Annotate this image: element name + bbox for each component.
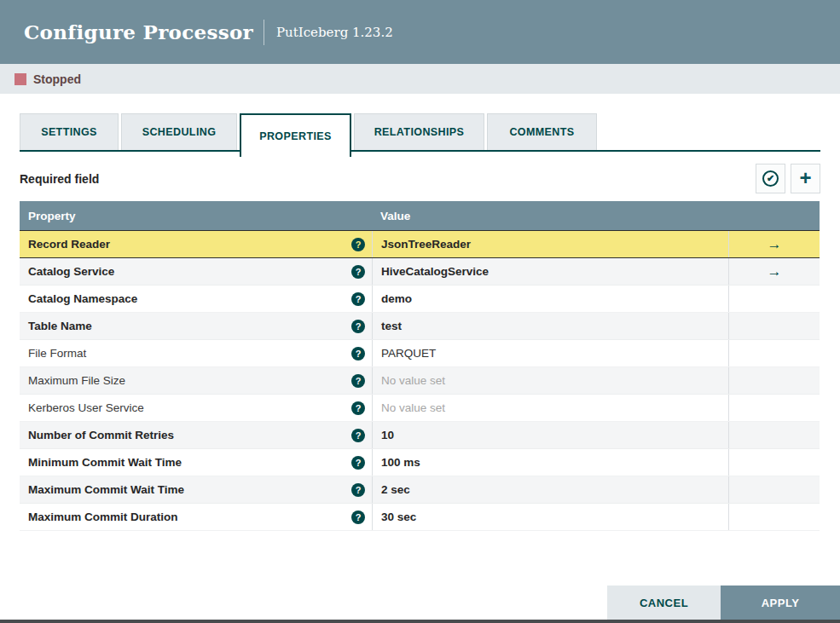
property-value: 100 ms — [381, 456, 420, 469]
action-cell: → — [728, 476, 820, 503]
property-name: Kerberos User Service — [28, 401, 144, 414]
status-bar: Stopped — [0, 64, 840, 94]
action-cell: → — [728, 258, 820, 285]
table-row[interactable]: Maximum Commit Duration ? 30 sec → — [20, 504, 820, 531]
dialog-bottom-edge — [0, 620, 840, 623]
help-icon[interactable]: ? — [351, 456, 365, 470]
property-value: No value set — [381, 374, 445, 387]
status-label: Stopped — [33, 72, 81, 86]
property-name: Catalog Namespace — [28, 292, 137, 305]
property-cell: Minimum Commit Wait Time ? — [20, 449, 372, 476]
action-cell: → — [728, 504, 820, 530]
property-cell: Maximum Commit Wait Time ? — [20, 476, 372, 503]
property-value: test — [381, 320, 402, 332]
property-cell: Catalog Namespace ? — [20, 286, 372, 312]
action-cell: → — [728, 286, 820, 312]
stopped-status-icon — [14, 73, 26, 85]
value-cell: demo — [372, 286, 728, 312]
table-row[interactable]: Catalog Service ? HiveCatalogService → — [20, 258, 820, 286]
tab-relationships[interactable]: RELATIONSHIPS — [354, 113, 484, 150]
tab-comments[interactable]: COMMENTS — [487, 113, 597, 150]
property-cell: Record Reader ? — [20, 231, 372, 257]
property-value: 2 sec — [381, 483, 410, 496]
property-cell: Table Name ? — [20, 313, 372, 339]
required-field-label: Required field — [20, 172, 99, 186]
property-cell: Number of Commit Retries ? — [20, 422, 372, 448]
table-row[interactable]: Minimum Commit Wait Time ? 100 ms → — [20, 449, 820, 476]
help-icon[interactable]: ? — [351, 320, 365, 333]
help-icon[interactable]: ? — [351, 374, 365, 388]
dialog-content: SETTINGS SCHEDULING PROPERTIES RELATIONS… — [0, 113, 840, 531]
action-cell: → — [728, 449, 820, 476]
value-cell: PARQUET — [372, 340, 728, 366]
property-name: Number of Commit Retries — [28, 429, 174, 441]
property-value: JsonTreeReader — [381, 238, 471, 251]
add-property-button[interactable]: + — [791, 164, 820, 193]
value-cell: No value set — [372, 367, 728, 394]
apply-button[interactable]: APPLY — [721, 586, 840, 620]
help-icon[interactable]: ? — [351, 265, 365, 279]
value-cell: No value set — [372, 395, 728, 421]
property-table-body: Record Reader ? JsonTreeReader → Catalog… — [20, 230, 820, 531]
table-row[interactable]: Kerberos User Service ? No value set → — [20, 395, 820, 422]
property-cell: Maximum Commit Duration ? — [20, 504, 372, 530]
property-value: 30 sec — [381, 511, 416, 523]
property-name: Maximum Commit Duration — [28, 511, 178, 523]
action-cell: → — [728, 313, 820, 339]
properties-toolbar: Required field ✔ + — [20, 164, 820, 193]
table-row[interactable]: Maximum Commit Wait Time ? 2 sec → — [20, 476, 820, 504]
property-value: demo — [381, 292, 412, 305]
table-row[interactable]: Number of Commit Retries ? 10 → — [20, 422, 820, 449]
processor-type-version: PutIceberg 1.23.2 — [276, 25, 393, 40]
value-cell: 100 ms — [372, 449, 728, 476]
help-icon[interactable]: ? — [351, 483, 365, 497]
tab-bar: SETTINGS SCHEDULING PROPERTIES RELATIONS… — [20, 113, 820, 152]
action-cell: → — [728, 367, 820, 394]
property-value: HiveCatalogService — [381, 265, 489, 278]
tab-properties[interactable]: PROPERTIES — [240, 113, 351, 157]
property-value: PARQUET — [381, 347, 436, 360]
value-cell: JsonTreeReader — [372, 231, 728, 257]
action-cell: → — [728, 422, 820, 448]
go-to-service-icon[interactable]: → — [768, 236, 782, 253]
action-cell: → — [728, 395, 820, 421]
table-row[interactable]: Record Reader ? JsonTreeReader → — [20, 230, 820, 258]
property-cell: Catalog Service ? — [20, 258, 372, 285]
value-cell: 10 — [372, 422, 728, 448]
help-icon[interactable]: ? — [351, 347, 365, 361]
table-row[interactable]: Maximum File Size ? No value set → — [20, 367, 820, 395]
help-icon[interactable]: ? — [351, 292, 365, 306]
dialog-title: Configure Processor — [24, 20, 253, 43]
table-row[interactable]: File Format ? PARQUET → — [20, 340, 820, 367]
tab-scheduling[interactable]: SCHEDULING — [121, 113, 237, 150]
cancel-button[interactable]: CANCEL — [607, 586, 721, 620]
help-icon[interactable]: ? — [351, 401, 365, 415]
column-header-property: Property — [20, 210, 372, 222]
title-divider — [264, 20, 264, 45]
property-name: Maximum Commit Wait Time — [28, 483, 184, 496]
property-name: Maximum File Size — [28, 374, 125, 387]
help-icon[interactable]: ? — [351, 429, 365, 442]
plus-icon: + — [799, 168, 811, 188]
help-icon[interactable]: ? — [351, 511, 365, 524]
property-cell: Kerberos User Service ? — [20, 395, 372, 421]
table-row[interactable]: Table Name ? test → — [20, 313, 820, 340]
dialog-header: Configure Processor PutIceberg 1.23.2 — [0, 0, 840, 64]
property-name: File Format — [28, 347, 86, 360]
property-cell: Maximum File Size ? — [20, 367, 372, 394]
help-icon[interactable]: ? — [351, 238, 365, 251]
properties-table: Property Value Record Reader ? JsonTreeR… — [20, 201, 820, 531]
property-cell: File Format ? — [20, 340, 372, 366]
table-row[interactable]: Catalog Namespace ? demo → — [20, 286, 820, 313]
table-header-row: Property Value — [20, 201, 820, 230]
go-to-service-icon[interactable]: → — [768, 263, 782, 280]
tab-settings[interactable]: SETTINGS — [20, 113, 119, 150]
verify-properties-button[interactable]: ✔ — [756, 164, 785, 193]
property-name: Record Reader — [28, 238, 110, 251]
property-name: Catalog Service — [28, 265, 114, 278]
value-cell: test — [372, 313, 728, 339]
property-value: 10 — [381, 429, 394, 441]
check-circle-icon: ✔ — [762, 170, 779, 187]
configure-processor-dialog: Configure Processor PutIceberg 1.23.2 St… — [0, 0, 840, 623]
column-header-value: Value — [372, 210, 728, 222]
